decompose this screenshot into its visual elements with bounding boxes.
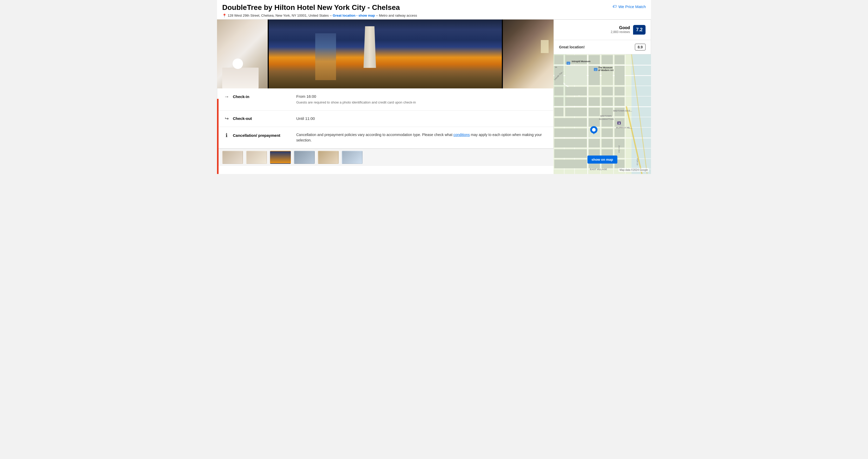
rating-score-badge: 7.2 [633, 25, 646, 35]
svg-text:Intrepid Museum: Intrepid Museum [572, 60, 590, 63]
svg-point-87 [592, 128, 596, 132]
svg-rect-6 [554, 96, 651, 96]
svg-rect-31 [554, 87, 563, 95]
svg-text:MIDTOWN EAS...: MIDTOWN EAS... [613, 110, 632, 112]
show-on-map-button[interactable]: show on map [587, 155, 617, 164]
checkout-time: Until 11:00 [296, 116, 547, 122]
page-wrapper: DoubleTree by Hilton Hotel New York City… [217, 0, 651, 174]
location-score-label: Great location! [559, 45, 585, 49]
svg-rect-43 [589, 108, 600, 116]
left-section: → Check-in From 16:00 Guests are require… [217, 20, 554, 174]
thumbnail-5[interactable] [318, 151, 339, 164]
show-map-link[interactable]: Great location - show map [333, 13, 375, 18]
rating-text-group: Good 2,883 reviews [611, 26, 630, 34]
svg-rect-9 [554, 127, 651, 128]
rating-label: Good [611, 26, 630, 30]
info-icon: ℹ [223, 132, 230, 138]
cancellation-row: ℹ Cancellation/ prepayment Cancellation … [217, 127, 553, 148]
svg-rect-38 [589, 97, 600, 106]
svg-rect-10 [554, 138, 651, 138]
svg-rect-27 [565, 66, 587, 85]
thumbnail-4[interactable] [294, 151, 315, 164]
checkin-details: From 16:00 Guests are required to show a… [296, 94, 547, 105]
thumbnail-2[interactable] [246, 151, 267, 164]
photo-skyline[interactable] [269, 20, 502, 88]
svg-text:EAST VILLAGE: EAST VILLAGE [590, 168, 607, 171]
svg-text:MIDTOWN: MIDTOWN [600, 115, 612, 117]
hotel-address: 128 West 29th Street, Chelsea, New York,… [228, 13, 329, 18]
hotel-header: DoubleTree by Hilton Hotel New York City… [217, 0, 651, 20]
rating-count: 2,883 reviews [611, 30, 630, 34]
location-pin-icon: 📍 [222, 13, 227, 18]
checkin-row: → Check-in From 16:00 Guests are require… [217, 88, 553, 111]
svg-rect-5 [554, 86, 651, 86]
svg-rect-37 [565, 97, 587, 106]
checkout-details: Until 11:00 [296, 116, 547, 122]
cancellation-label-group: ℹ Cancellation/ prepayment [223, 132, 296, 138]
location-score-value: 8.9 [635, 44, 646, 51]
policies-section: → Check-in From 16:00 Guests are require… [217, 88, 554, 149]
header-top: DoubleTree by Hilton Hotel New York City… [222, 3, 646, 12]
svg-rect-54 [554, 139, 587, 147]
svg-text:FDR Dr: FDR Dr [636, 159, 639, 165]
checkin-note: Guests are required to show a photo iden… [296, 100, 547, 105]
svg-rect-25 [615, 55, 624, 64]
svg-rect-46 [554, 118, 587, 127]
checkout-label: Check-out [233, 116, 252, 121]
cancellation-text-before: Cancellation and prepayment policies var… [296, 133, 454, 137]
cancellation-label: Cancellation/ prepayment [233, 133, 280, 138]
hotel-title: DoubleTree by Hilton Hotel New York City… [222, 3, 400, 12]
price-match-label: We Price Match [618, 4, 646, 9]
svg-rect-24 [601, 55, 613, 64]
svg-rect-42 [565, 108, 587, 116]
svg-rect-7 [554, 106, 651, 107]
transport-separator: – [376, 13, 378, 18]
svg-rect-55 [589, 139, 600, 147]
checkout-icon: ↪ [223, 116, 230, 121]
thumbnail-3[interactable] [270, 151, 291, 164]
svg-rect-32 [565, 87, 587, 95]
thumbnail-6[interactable] [342, 151, 363, 164]
svg-rect-40 [615, 97, 624, 106]
thumbnail-1[interactable] [222, 151, 243, 164]
svg-rect-53 [615, 128, 624, 137]
main-content: → Check-in From 16:00 Guests are require… [217, 20, 651, 174]
svg-rect-23 [589, 55, 600, 64]
svg-text:⌂: ⌂ [567, 62, 569, 65]
svg-rect-19 [625, 54, 625, 174]
svg-text:of Modern Art: of Modern Art [598, 69, 614, 71]
svg-text:9A: 9A [555, 66, 557, 68]
svg-rect-39 [601, 97, 613, 106]
photo-thumbnails [217, 148, 554, 166]
checkout-label-group: ↪ Check-out [223, 116, 296, 121]
right-sidebar: Good 2,883 reviews 7.2 Great location! 8… [554, 20, 651, 174]
price-match-button[interactable]: 🏷 We Price Match [613, 3, 646, 9]
rating-box: Good 2,883 reviews 7.2 [554, 20, 651, 40]
checkin-time: From 16:00 [296, 94, 547, 99]
svg-text:2nd Ave: 2nd Ave [618, 145, 620, 153]
conditions-link[interactable]: conditions [454, 133, 470, 137]
photo-lobby[interactable] [217, 20, 268, 88]
address-line: 📍 128 West 29th Street, Chelsea, New Yor… [222, 13, 646, 18]
svg-text:MURRAY HIL...: MURRAY HIL... [616, 126, 632, 129]
map-credit: Map data ©2024 Google [619, 168, 649, 172]
tag-icon: 🏷 [613, 4, 617, 9]
skyline-image [269, 20, 502, 88]
checkin-label: Check-in [233, 94, 249, 99]
svg-rect-30 [615, 66, 624, 85]
photo-gallery [217, 20, 554, 88]
svg-rect-21 [554, 55, 563, 64]
svg-rect-47 [589, 118, 600, 127]
photo-room[interactable] [503, 20, 554, 88]
svg-text:⌂: ⌂ [595, 68, 596, 71]
map-container[interactable]: ⌂ Intrepid Museum ⌂ The Museum of Modern… [554, 54, 651, 174]
svg-rect-58 [554, 149, 587, 158]
checkout-row: ↪ Check-out Until 11:00 [217, 111, 553, 127]
address-separator: – [330, 13, 332, 18]
svg-rect-33 [589, 87, 600, 95]
svg-rect-56 [601, 139, 613, 147]
svg-rect-1 [631, 54, 651, 174]
transport-info: Metro and railway access [379, 13, 417, 18]
svg-rect-62 [554, 160, 587, 168]
svg-text:MANHATTAN: MANHATTAN [599, 118, 614, 120]
